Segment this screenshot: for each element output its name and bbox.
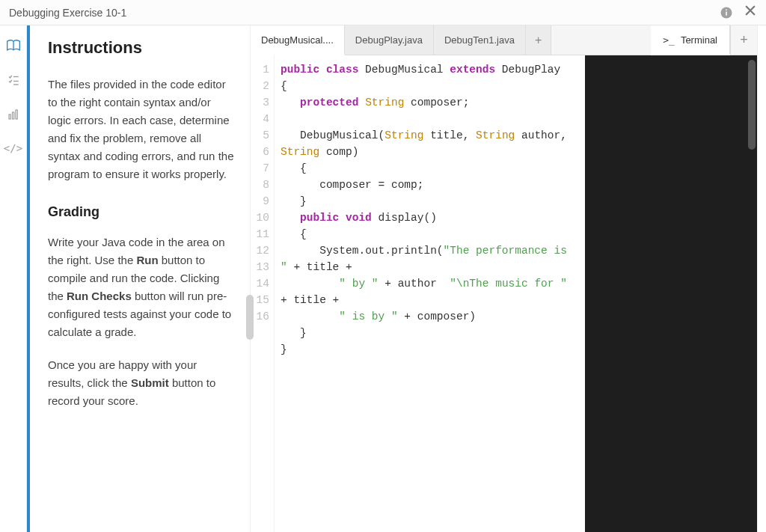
run-keyword: Run — [136, 254, 158, 266]
chart-icon[interactable] — [7, 108, 20, 121]
code-icon[interactable]: </> — [4, 142, 22, 154]
code-tabs: DebugMusical.... DebugPlay.java DebugTen… — [251, 25, 551, 55]
tab-terminal[interactable]: >_ Terminal — [651, 25, 730, 55]
instructions-heading: Instructions — [48, 34, 235, 61]
instructions-paragraph-1: The files provided in the code editor to… — [48, 76, 235, 183]
book-icon[interactable] — [6, 39, 21, 52]
instructions-paragraph-3: Once you are happy with your results, cl… — [48, 356, 235, 410]
close-icon[interactable] — [744, 4, 757, 21]
svg-rect-9 — [16, 110, 17, 119]
instructions-paragraph-2: Write your Java code in the area on the … — [48, 233, 235, 341]
terminal-scrollbar[interactable] — [748, 60, 756, 150]
svg-rect-7 — [9, 114, 10, 119]
page-title: Debugging Exercise 10-1 — [9, 7, 126, 19]
tabs-row: DebugMusical.... DebugPlay.java DebugTen… — [251, 25, 757, 55]
left-rail: </> — [0, 25, 27, 532]
line-gutter: 12345678910111213141516 — [251, 55, 275, 532]
run-checks-keyword: Run Checks — [67, 290, 132, 302]
tab-debug-play[interactable]: DebugPlay.java — [345, 25, 434, 55]
svg-rect-8 — [12, 112, 13, 119]
svg-rect-1 — [726, 11, 727, 15]
svg-rect-2 — [726, 9, 727, 10]
code-content[interactable]: public class DebugMusical extends DebugP… — [275, 55, 585, 532]
new-file-tab[interactable]: + — [526, 25, 551, 55]
instructions-panel: Instructions The files provided in the c… — [30, 25, 250, 532]
code-editor[interactable]: 12345678910111213141516 public class Deb… — [251, 55, 585, 532]
editor-scrollbar[interactable] — [246, 295, 254, 340]
tab-debug-musical[interactable]: DebugMusical.... — [251, 25, 345, 55]
code-term-body: 12345678910111213141516 public class Deb… — [251, 55, 757, 532]
title-bar: Debugging Exercise 10-1 — [0, 0, 766, 25]
code-terminal-area: DebugMusical.... DebugPlay.java DebugTen… — [250, 25, 757, 532]
right-feedback-strip — [757, 25, 766, 532]
submit-keyword: Submit — [131, 376, 169, 389]
terminal-icon: >_ — [663, 34, 675, 46]
info-icon[interactable] — [720, 6, 733, 19]
grading-heading: Grading — [48, 201, 235, 223]
new-terminal-tab[interactable]: + — [730, 25, 757, 55]
checklist-icon[interactable] — [7, 73, 20, 87]
main-row: </> Instructions The files provided in t… — [0, 25, 766, 532]
terminal-tab-label: Terminal — [681, 34, 717, 46]
tab-debug-ten1[interactable]: DebugTen1.java — [434, 25, 526, 55]
terminal-pane[interactable] — [585, 55, 757, 532]
